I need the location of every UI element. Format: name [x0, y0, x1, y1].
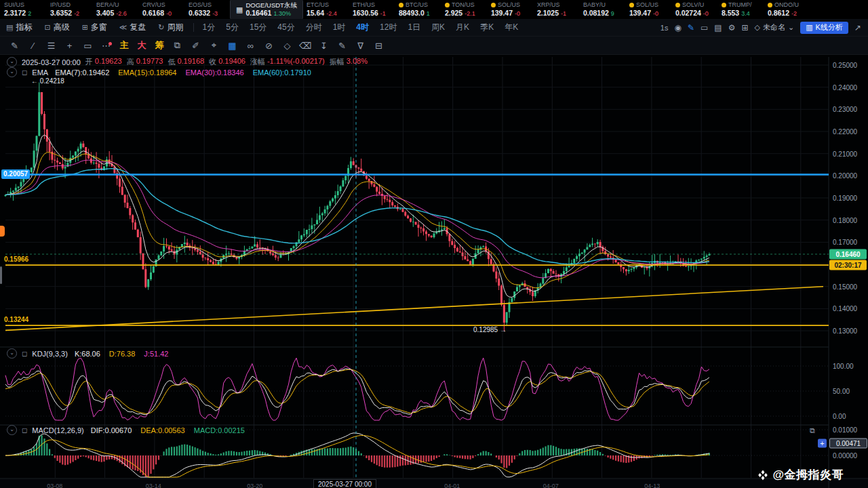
indicator-eye-icon[interactable]: ◻: [22, 68, 27, 76]
settings-gear-icon[interactable]: ⚙: [728, 23, 736, 33]
ticker-price: 2.31722: [4, 9, 31, 18]
ticker-item[interactable]: BABY/U0.081929: [579, 0, 625, 19]
timeframe-option[interactable]: 分时: [300, 22, 328, 33]
collapse-caret-icon[interactable]: ⌄: [7, 67, 17, 77]
ticker-item[interactable]: TRUMP/8.5533.4: [717, 0, 764, 19]
ticker-item[interactable]: ▦DOGE/USDT永续0.164611.30%: [231, 0, 302, 19]
ticker-item[interactable]: ONDO/U0.8612-2: [764, 0, 810, 19]
ticker-item[interactable]: XRP/US2.1025-1: [533, 0, 579, 19]
menu-multiwindow[interactable]: ⊞多窗: [76, 22, 113, 33]
timeframe-option[interactable]: 1日: [402, 22, 426, 33]
ticker-item[interactable]: TON/US2.925-2.1: [441, 0, 487, 19]
macd-axis-badge: 0.00471: [829, 439, 867, 449]
kdj-axis-label: 0.00: [833, 413, 846, 420]
eraser-icon[interactable]: ⌫: [296, 41, 315, 51]
big-chart-button[interactable]: 大: [133, 39, 151, 52]
hot-icon: [675, 3, 680, 7]
ohlc-value: 0.19168: [177, 57, 204, 67]
timeframe-option[interactable]: 月K: [450, 22, 475, 33]
chips-button[interactable]: 筹: [151, 39, 168, 52]
grid-icon: ▦: [236, 5, 243, 14]
timeframe-option[interactable]: 年K: [499, 22, 524, 33]
download-icon[interactable]: ↧: [315, 41, 333, 51]
ticker-symbol: BABY/U: [583, 1, 614, 9]
rectangle-icon[interactable]: ▭: [79, 41, 97, 51]
shapes-icon[interactable]: ◇: [278, 41, 296, 51]
left-edge-badge[interactable]: [0, 226, 5, 237]
low-annotation: 0.12985 →: [473, 325, 507, 333]
more-tools-icon[interactable]: ⋯: [97, 41, 115, 51]
diamond-logo-icon: [757, 470, 768, 481]
menu-replay[interactable]: ≪复盘: [113, 22, 153, 33]
ticker-item[interactable]: SUI/US2.31722: [0, 0, 46, 19]
ticker-item[interactable]: BTC/US88493.01: [395, 0, 441, 19]
ohlc-label: 高: [127, 57, 134, 67]
menu-label: 多窗: [91, 22, 107, 33]
ticker-item[interactable]: EOS/US0.6332-3: [184, 0, 231, 19]
main-chart-button[interactable]: 主: [115, 39, 133, 52]
crosshair-icon[interactable]: +: [60, 41, 79, 51]
ticker-item[interactable]: SOL/US139.47-0: [487, 0, 533, 19]
indicator-eye-icon[interactable]: ◻: [22, 350, 27, 357]
kline-analysis-button[interactable]: ▥ K线分析: [800, 22, 848, 34]
camera-icon[interactable]: ◉: [674, 23, 681, 33]
timeframe-option[interactable]: 4时: [351, 22, 374, 33]
fib-lines-icon[interactable]: ☰: [42, 41, 60, 51]
chart-panel-icon[interactable]: ▤: [714, 23, 722, 33]
comment-icon[interactable]: ▭: [701, 23, 708, 33]
ticker-text: XRP/US2.1025-1: [537, 1, 566, 18]
ticker-item[interactable]: IP/USD3.6352-2: [46, 0, 92, 19]
menu-indicators[interactable]: ▤指标: [0, 22, 38, 33]
trendline-icon[interactable]: ∕: [24, 41, 42, 51]
ohlc-field: 低0.19168: [167, 57, 204, 67]
share-icon[interactable]: ↗: [854, 23, 861, 33]
copy-icon[interactable]: ⧉: [168, 40, 186, 51]
edit-icon[interactable]: ✎: [688, 23, 694, 33]
brush-icon[interactable]: ✐: [186, 41, 205, 51]
advanced-icon: ⊡: [44, 23, 50, 32]
ticker-item[interactable]: SOL/US139.47-0: [625, 0, 671, 19]
timeframe-option[interactable]: 45分: [272, 22, 300, 33]
timeframe-option[interactable]: 1分: [197, 22, 221, 33]
left-scrollbar[interactable]: [0, 266, 2, 284]
fullscreen-icon[interactable]: ⊞: [741, 23, 748, 33]
trash-icon[interactable]: ⊟: [370, 41, 388, 51]
menu-period[interactable]: ↻周期: [152, 22, 189, 33]
layout-template-selector[interactable]: ◇ 未命名 ⌄: [755, 22, 795, 33]
pencil-icon[interactable]: ✎: [5, 41, 24, 51]
resolution-1s[interactable]: 1s: [660, 24, 669, 32]
menu-advanced[interactable]: ⊡高级: [38, 22, 75, 33]
timeframe-option[interactable]: 15分: [244, 22, 272, 33]
ticker-item[interactable]: ETH/US1630.56-1: [349, 0, 395, 19]
hot-icon: [491, 3, 496, 7]
timeframe-option[interactable]: 周K: [426, 22, 450, 33]
ticker-item[interactable]: CRV/US0.6168-0: [138, 0, 184, 19]
ticker-symbol: TRUMP/: [722, 1, 752, 9]
add-indicator-button[interactable]: +: [818, 439, 827, 448]
collapse-caret-icon[interactable]: ⌄: [7, 57, 17, 67]
ohlc-label: 振幅: [330, 57, 344, 67]
indicator-value: DIF:0.00670: [89, 426, 134, 434]
filter-icon[interactable]: ∇: [351, 41, 370, 51]
menu-label: 高级: [54, 22, 70, 33]
timeframe-option[interactable]: 12时: [374, 22, 402, 33]
ticker-item[interactable]: SOLV/U0.02724-0: [671, 0, 717, 19]
hide-icon[interactable]: ⊘: [260, 41, 278, 51]
collapse-caret-icon[interactable]: ⌄: [7, 425, 17, 435]
timeframe-option[interactable]: 1时: [328, 22, 351, 33]
collapse-caret-icon[interactable]: ⌄: [7, 348, 17, 359]
panel-expand-icon[interactable]: ⧉: [810, 426, 815, 435]
box-select-icon[interactable]: ▦: [223, 41, 241, 51]
pen-icon[interactable]: ✎: [333, 41, 351, 51]
timeframe-option[interactable]: 5分: [220, 22, 244, 33]
ohlc-value: 3.08%: [347, 57, 368, 67]
ticker-symbol: IP/USD: [50, 1, 79, 9]
indicator-eye-icon[interactable]: ◻: [22, 426, 27, 434]
link-icon[interactable]: ∞: [241, 41, 260, 51]
magnet-icon[interactable]: ⌖: [205, 40, 223, 51]
ticker-item[interactable]: ETC/US15.64-2.4: [302, 0, 349, 19]
ohlc-value: -1.11%(-0.00217): [267, 57, 325, 67]
timeframe-option[interactable]: 季K: [475, 22, 499, 33]
ticker-text: BABY/U0.081929: [583, 1, 614, 18]
ticker-item[interactable]: BERA/U3.405-2.6: [92, 0, 138, 19]
